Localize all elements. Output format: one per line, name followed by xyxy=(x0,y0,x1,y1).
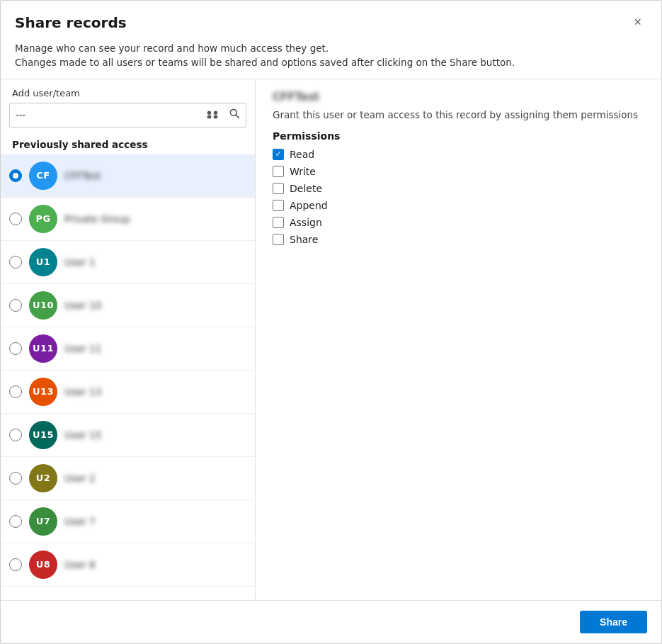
user-item[interactable]: U10User 10 xyxy=(1,284,255,327)
search-row xyxy=(9,103,246,128)
svg-rect-0 xyxy=(207,115,211,118)
previously-shared-label: Previously shared access xyxy=(1,133,255,154)
right-panel: CFFTest Grant this user or team access t… xyxy=(256,79,661,601)
svg-rect-2 xyxy=(214,115,217,118)
permissions-list: ReadWriteDeleteAppendAssignShare xyxy=(273,149,644,251)
radio-circle xyxy=(9,169,22,182)
radio-circle xyxy=(9,515,22,528)
permission-label-delete: Delete xyxy=(290,183,322,194)
permission-checkbox-share[interactable] xyxy=(273,234,284,245)
permission-label-assign: Assign xyxy=(290,217,322,228)
user-item[interactable]: PGPrivate Group xyxy=(1,198,255,241)
avatar: PG xyxy=(29,205,57,233)
svg-point-3 xyxy=(214,111,217,114)
dialog-body: Add user/team xyxy=(1,79,661,601)
avatar: U10 xyxy=(29,291,57,320)
radio-circle xyxy=(9,558,22,571)
left-panel: Add user/team xyxy=(1,79,256,601)
search-icon xyxy=(229,108,240,119)
user-name-label: CFFTest xyxy=(64,170,246,181)
dialog-footer: Share xyxy=(1,600,661,643)
permission-label-read: Read xyxy=(290,149,314,160)
user-name-label: User 10 xyxy=(64,300,246,311)
search-input[interactable] xyxy=(10,105,202,125)
avatar: U7 xyxy=(29,507,57,536)
user-item[interactable]: U11User 11 xyxy=(1,327,255,371)
permission-item-assign: Assign xyxy=(273,217,644,228)
user-name-label: User 11 xyxy=(64,343,246,354)
avatar: CF xyxy=(29,162,57,190)
permissions-label: Permissions xyxy=(273,130,644,142)
description-line2: Changes made to all users or teams will … xyxy=(15,55,647,69)
permission-item-share: Share xyxy=(273,234,644,245)
add-user-label: Add user/team xyxy=(1,79,255,103)
dialog-description: Manage who can see your record and how m… xyxy=(1,38,661,79)
radio-circle xyxy=(9,256,22,269)
user-item[interactable]: U15User 15 xyxy=(1,414,255,457)
user-item[interactable]: CFCFFTest xyxy=(1,154,255,198)
radio-circle xyxy=(9,429,22,441)
permission-label-append: Append xyxy=(290,200,328,211)
radio-circle xyxy=(9,299,22,312)
permission-item-delete: Delete xyxy=(273,183,644,194)
avatar: U1 xyxy=(29,248,57,276)
user-name-label: Private Group xyxy=(64,213,246,225)
permission-label-write: Write xyxy=(290,166,316,177)
avatar: U13 xyxy=(29,378,57,406)
close-button[interactable]: × xyxy=(628,12,647,33)
user-item[interactable]: U2User 2 xyxy=(1,457,255,500)
user-item[interactable]: U1User 1 xyxy=(1,241,255,284)
user-list: CFCFFTestPGPrivate GroupU1User 1U10User … xyxy=(1,154,255,601)
dialog-header: Share records × xyxy=(1,1,661,38)
dialog-title: Share records xyxy=(15,14,127,31)
user-name-label: User 2 xyxy=(64,473,246,484)
user-item[interactable]: U8User 8 xyxy=(1,543,255,587)
permission-item-write: Write xyxy=(273,166,644,177)
user-item[interactable]: U7User 7 xyxy=(1,500,255,543)
share-records-dialog: Share records × Manage who can see your … xyxy=(0,0,662,644)
radio-circle xyxy=(9,385,22,398)
people-icon-button[interactable] xyxy=(202,103,223,127)
permission-checkbox-append[interactable] xyxy=(273,200,284,211)
avatar: U11 xyxy=(29,334,57,363)
svg-point-1 xyxy=(207,111,211,114)
grant-description: Grant this user or team access to this r… xyxy=(273,109,644,120)
radio-circle xyxy=(9,342,22,355)
selected-user-name: CFFTest xyxy=(273,91,644,103)
permission-checkbox-read[interactable] xyxy=(273,149,284,160)
avatar: U8 xyxy=(29,550,57,579)
permission-checkbox-delete[interactable] xyxy=(273,183,284,194)
user-name-label: User 8 xyxy=(64,559,246,570)
people-icon xyxy=(206,108,219,120)
radio-circle xyxy=(9,213,22,225)
permission-item-read: Read xyxy=(273,149,644,160)
svg-line-5 xyxy=(236,115,239,118)
permission-checkbox-write[interactable] xyxy=(273,166,284,177)
avatar: U2 xyxy=(29,464,57,492)
permission-item-append: Append xyxy=(273,200,644,211)
search-button[interactable] xyxy=(223,103,246,126)
user-name-label: User 15 xyxy=(64,429,246,441)
avatar: U15 xyxy=(29,421,57,449)
user-name-label: User 7 xyxy=(64,516,246,527)
share-button[interactable]: Share xyxy=(580,611,647,633)
permission-label-share: Share xyxy=(290,234,318,245)
permission-checkbox-assign[interactable] xyxy=(273,217,284,228)
user-item[interactable]: U13User 13 xyxy=(1,371,255,414)
description-line1: Manage who can see your record and how m… xyxy=(15,41,647,55)
user-name-label: User 13 xyxy=(64,386,246,397)
radio-circle xyxy=(9,472,22,485)
user-name-label: User 1 xyxy=(64,256,246,268)
